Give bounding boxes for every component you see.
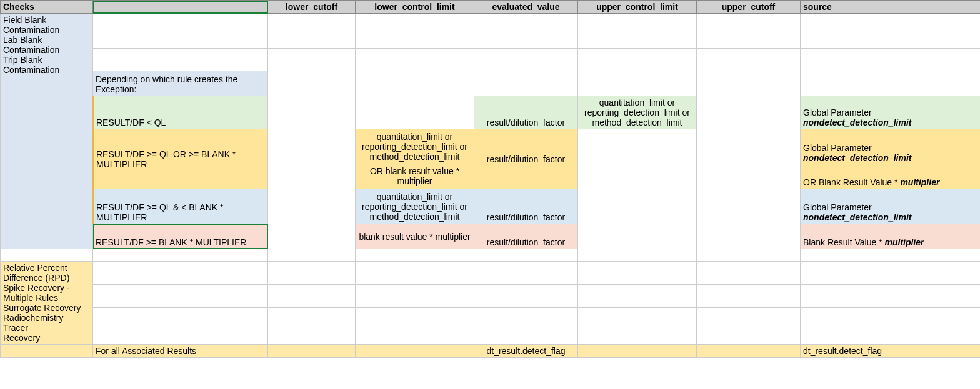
cell[interactable] <box>578 307 697 320</box>
cell[interactable] <box>474 284 578 307</box>
cell[interactable] <box>1 249 93 262</box>
rule3-label[interactable]: RESULT/DF >= QL & < BLANK * MULTIPLIER <box>93 189 268 224</box>
cell[interactable] <box>578 71 697 96</box>
rule1-label[interactable]: RESULT/DF < QL <box>93 96 268 129</box>
cell[interactable] <box>697 307 801 320</box>
cell[interactable] <box>578 249 697 262</box>
rule2-lcl-b[interactable]: OR blank result value * multiplier <box>356 164 474 189</box>
cell[interactable] <box>268 96 356 129</box>
cell[interactable] <box>474 262 578 285</box>
cell[interactable] <box>697 96 801 129</box>
cell[interactable] <box>801 262 981 285</box>
cell[interactable] <box>801 26 981 49</box>
cell[interactable] <box>697 71 801 96</box>
header-checks[interactable]: Checks <box>1 1 93 14</box>
cell[interactable] <box>356 14 474 26</box>
cell[interactable] <box>697 26 801 49</box>
cell[interactable] <box>356 26 474 49</box>
cell[interactable] <box>474 307 578 320</box>
cell[interactable] <box>578 189 697 224</box>
cell[interactable] <box>697 49 801 71</box>
cell[interactable] <box>801 49 981 71</box>
rule3-source[interactable]: Global Parameter nondetect_detection_lim… <box>801 189 981 224</box>
checks-group-blank-contamination[interactable]: Field Blank Contamination Lab Blank Cont… <box>1 14 93 249</box>
cell[interactable] <box>801 14 981 26</box>
cell[interactable] <box>268 249 356 262</box>
cell[interactable] <box>268 262 356 285</box>
cell[interactable] <box>697 345 801 358</box>
rule4-lcl[interactable]: blank result value * multiplier <box>356 224 474 249</box>
cell[interactable] <box>268 71 356 96</box>
cell[interactable] <box>697 262 801 285</box>
cell[interactable] <box>268 129 356 189</box>
cell[interactable] <box>801 71 981 96</box>
cell[interactable] <box>697 249 801 262</box>
cell[interactable] <box>268 224 356 249</box>
cell[interactable] <box>93 320 268 345</box>
cell[interactable] <box>93 307 268 320</box>
cell[interactable] <box>356 345 474 358</box>
cell[interactable] <box>356 249 474 262</box>
cell[interactable] <box>578 284 697 307</box>
footer-src[interactable]: dt_result.detect_flag <box>801 345 981 358</box>
footer-label[interactable]: For all Associated Results <box>93 345 268 358</box>
checks-group-recovery[interactable]: Relative Percent Difference (RPD) Spike … <box>1 262 93 345</box>
cell[interactable] <box>268 307 356 320</box>
cell[interactable] <box>697 284 801 307</box>
header-upper-cutoff[interactable]: upper_cutoff <box>697 1 801 14</box>
cell[interactable] <box>697 14 801 26</box>
rule3-lcl[interactable]: quantitation_limit or reporting_detectio… <box>356 189 474 224</box>
header-source[interactable]: source <box>801 1 981 14</box>
cell[interactable] <box>801 284 981 307</box>
cell[interactable] <box>578 224 697 249</box>
cell[interactable] <box>93 26 268 49</box>
spreadsheet-table[interactable]: Checks lower_cutoff lower_control_limit … <box>0 0 980 358</box>
header-desc[interactable] <box>93 1 268 14</box>
cell[interactable] <box>697 320 801 345</box>
rule1-ev[interactable]: result/dilution_factor <box>474 96 578 129</box>
cell[interactable] <box>578 14 697 26</box>
cell[interactable] <box>268 14 356 26</box>
cell[interactable] <box>474 71 578 96</box>
cell[interactable] <box>93 284 268 307</box>
cell[interactable] <box>578 262 697 285</box>
cell[interactable] <box>697 129 801 189</box>
rule3-ev[interactable]: result/dilution_factor <box>474 189 578 224</box>
cell[interactable] <box>356 96 474 129</box>
cell[interactable] <box>474 14 578 26</box>
cell[interactable] <box>474 26 578 49</box>
rule2-source-b[interactable]: OR Blank Result Value * multiplier <box>801 164 981 189</box>
header-evaluated-value[interactable]: evaluated_value <box>474 1 578 14</box>
rule2-label[interactable]: RESULT/DF >= QL OR >= BLANK * MULTIPLIER <box>93 129 268 189</box>
rule2-ev[interactable]: result/dilution_factor <box>474 129 578 189</box>
cell[interactable] <box>93 249 268 262</box>
rule1-ucl[interactable]: quantitation_limit or reporting_detectio… <box>578 96 697 129</box>
header-lower-cutoff[interactable]: lower_cutoff <box>268 1 356 14</box>
header-upper-control-limit[interactable]: upper_control_limit <box>578 1 697 14</box>
header-lower-control-limit[interactable]: lower_control_limit <box>356 1 474 14</box>
rule4-ev[interactable]: result/dilution_factor <box>474 224 578 249</box>
cell[interactable] <box>801 320 981 345</box>
cell[interactable] <box>578 320 697 345</box>
cell[interactable] <box>93 14 268 26</box>
cell[interactable] <box>801 249 981 262</box>
rule4-label[interactable]: RESULT/DF >= BLANK * MULTIPLIER <box>93 224 268 249</box>
cell[interactable] <box>578 49 697 71</box>
footer-ev[interactable]: dt_result.detect_flag <box>474 345 578 358</box>
rule1-source[interactable]: Global Parameter nondetect_detection_lim… <box>801 96 981 129</box>
cell[interactable] <box>474 249 578 262</box>
cell[interactable] <box>578 345 697 358</box>
intro-text-cell[interactable]: Depending on which rule creates the Exce… <box>93 71 268 96</box>
cell[interactable] <box>93 262 268 285</box>
cell[interactable] <box>268 284 356 307</box>
cell[interactable] <box>801 307 981 320</box>
cell[interactable] <box>697 189 801 224</box>
cell[interactable] <box>578 26 697 49</box>
cell[interactable] <box>356 320 474 345</box>
rule4-source[interactable]: Blank Result Value * multiplier <box>801 224 981 249</box>
cell[interactable] <box>1 345 93 358</box>
cell[interactable] <box>356 284 474 307</box>
cell[interactable] <box>268 26 356 49</box>
cell[interactable] <box>268 49 356 71</box>
cell[interactable] <box>578 129 697 189</box>
